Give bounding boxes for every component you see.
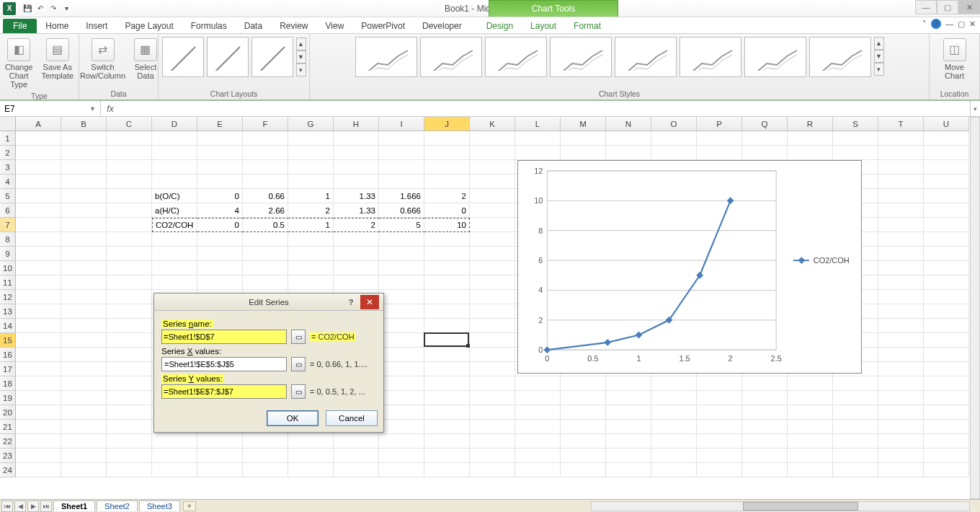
cell[interactable]: 1 xyxy=(288,218,334,232)
column-header[interactable]: H xyxy=(334,117,379,131)
column-header[interactable]: N xyxy=(606,117,651,131)
cell[interactable] xyxy=(16,304,61,319)
ribbon-minimize-icon[interactable]: ˄ xyxy=(922,19,927,29)
cell[interactable] xyxy=(334,463,379,477)
cell[interactable] xyxy=(152,232,197,247)
cell[interactable] xyxy=(16,232,61,247)
cell[interactable] xyxy=(288,261,334,275)
cell[interactable] xyxy=(878,333,924,348)
cell[interactable] xyxy=(243,463,288,477)
row-header[interactable]: 21 xyxy=(0,420,15,434)
cell[interactable]: 0 xyxy=(424,203,470,218)
cell[interactable] xyxy=(470,319,515,333)
style-item[interactable] xyxy=(355,37,417,77)
cell[interactable] xyxy=(197,261,243,275)
cell[interactable] xyxy=(878,232,924,247)
cell[interactable] xyxy=(61,247,107,261)
cell[interactable] xyxy=(61,160,107,175)
cell[interactable] xyxy=(561,420,606,434)
cell[interactable] xyxy=(334,449,379,463)
cell[interactable] xyxy=(61,203,107,218)
cell[interactable] xyxy=(833,420,878,434)
sheet-nav-prev[interactable]: ◀ xyxy=(14,500,26,512)
cell[interactable] xyxy=(651,449,697,463)
cell[interactable] xyxy=(651,376,697,391)
cell[interactable] xyxy=(833,146,878,160)
cell[interactable] xyxy=(651,391,697,405)
cell[interactable] xyxy=(470,261,515,275)
cell[interactable] xyxy=(107,434,152,449)
cell[interactable] xyxy=(561,146,606,160)
cell[interactable] xyxy=(697,376,742,391)
cell[interactable] xyxy=(107,304,152,319)
cell[interactable] xyxy=(561,434,606,449)
cell[interactable] xyxy=(424,449,470,463)
cell[interactable] xyxy=(61,218,107,232)
cell[interactable] xyxy=(470,131,515,146)
cell[interactable]: 1.33 xyxy=(334,189,379,203)
dialog-help-button[interactable]: ? xyxy=(343,295,359,309)
cell[interactable] xyxy=(924,319,969,333)
cell[interactable] xyxy=(243,434,288,449)
select-all-corner[interactable] xyxy=(0,117,16,131)
cell[interactable] xyxy=(742,146,788,160)
cell[interactable] xyxy=(924,218,969,232)
tab-page-layout[interactable]: Page Layout xyxy=(116,19,182,33)
cell[interactable] xyxy=(651,420,697,434)
cell[interactable] xyxy=(697,391,742,405)
cell[interactable] xyxy=(61,362,107,376)
cell[interactable] xyxy=(924,203,969,218)
cell[interactable] xyxy=(424,232,470,247)
layout-item[interactable] xyxy=(207,37,249,77)
cell[interactable] xyxy=(878,131,924,146)
cell[interactable] xyxy=(515,131,561,146)
row-header[interactable]: 10 xyxy=(0,261,15,275)
cell[interactable] xyxy=(515,405,561,420)
cell[interactable] xyxy=(243,232,288,247)
cell[interactable] xyxy=(924,160,969,175)
cell[interactable] xyxy=(742,376,788,391)
cell[interactable]: 2 xyxy=(424,189,470,203)
column-header[interactable]: E xyxy=(197,117,243,131)
cell[interactable] xyxy=(924,261,969,275)
cell[interactable] xyxy=(924,362,969,376)
cell[interactable] xyxy=(152,160,197,175)
row-header[interactable]: 14 xyxy=(0,319,15,333)
cell[interactable] xyxy=(924,333,969,348)
tab-powerpivot[interactable]: PowerPivot xyxy=(352,19,414,33)
row-header[interactable]: 16 xyxy=(0,348,15,362)
cell[interactable] xyxy=(651,405,697,420)
cell[interactable] xyxy=(16,189,61,203)
cell[interactable] xyxy=(742,463,788,477)
style-item[interactable] xyxy=(420,37,482,77)
cell[interactable] xyxy=(470,275,515,290)
cell[interactable] xyxy=(107,160,152,175)
cell[interactable] xyxy=(470,405,515,420)
row-header[interactable]: 24 xyxy=(0,463,15,477)
cell[interactable] xyxy=(561,449,606,463)
formula-input[interactable] xyxy=(120,102,970,115)
cell[interactable] xyxy=(424,376,470,391)
cell[interactable] xyxy=(107,333,152,348)
cell[interactable] xyxy=(379,275,424,290)
cell[interactable] xyxy=(288,275,334,290)
embedded-chart[interactable]: 02468101200.511.522.5CO2/COH xyxy=(517,160,862,374)
cell[interactable] xyxy=(107,420,152,434)
column-header[interactable]: A xyxy=(16,117,61,131)
cell[interactable] xyxy=(924,275,969,290)
cell[interactable] xyxy=(152,175,197,189)
cell[interactable]: 2 xyxy=(288,203,334,218)
row-header[interactable]: 8 xyxy=(0,232,15,247)
cell[interactable] xyxy=(288,449,334,463)
cell[interactable] xyxy=(470,391,515,405)
cell[interactable] xyxy=(243,247,288,261)
tab-layout[interactable]: Layout xyxy=(522,19,565,33)
cell[interactable] xyxy=(470,463,515,477)
range-selector-icon[interactable]: ▭ xyxy=(291,357,306,371)
cell[interactable] xyxy=(470,218,515,232)
sheet-nav-last[interactable]: ⏭ xyxy=(40,500,52,512)
cell[interactable] xyxy=(606,463,651,477)
cell[interactable] xyxy=(833,434,878,449)
cell[interactable]: 0 xyxy=(197,218,243,232)
cell[interactable]: 0 xyxy=(197,189,243,203)
